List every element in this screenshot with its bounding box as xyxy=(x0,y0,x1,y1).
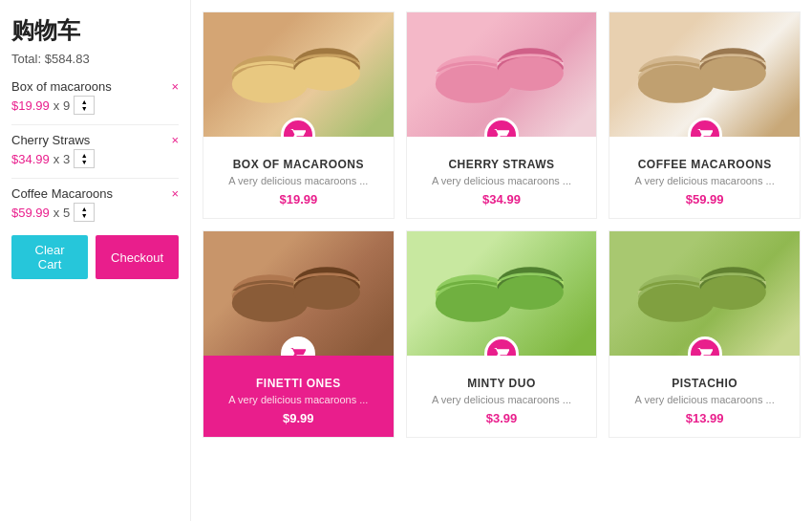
product-price: $13.99 xyxy=(617,411,792,425)
product-price: $19.99 xyxy=(211,192,386,206)
remove-item-button[interactable]: × xyxy=(171,133,179,147)
product-description: A very delicious macaroons ... xyxy=(415,394,589,405)
cart-item-qty: x 3 xyxy=(53,152,70,166)
cart-item: Cherry Straws $34.99 x 3 ▲ ▼ × xyxy=(11,133,179,168)
remove-item-button[interactable]: × xyxy=(171,79,179,94)
cart-item-qty: x 9 xyxy=(53,98,70,113)
cart-item-name: Coffee Macaroons xyxy=(11,186,163,201)
total-label: Total: xyxy=(11,52,41,66)
divider xyxy=(11,124,179,125)
product-info: FINETTI ONES A very delicious macaroons … xyxy=(203,356,394,437)
product-card[interactable]: MINTY DUO A very delicious macaroons ...… xyxy=(406,230,598,438)
cart-item: Box of macaroons $19.99 x 9 ▲ ▼ × xyxy=(11,79,179,115)
svg-point-49 xyxy=(497,275,564,310)
cart-item-name: Box of macaroons xyxy=(11,79,163,94)
qty-stepper[interactable]: ▲ ▼ xyxy=(74,203,95,222)
product-info: COFFEE MACAROONS A very delicious macaro… xyxy=(609,137,800,218)
product-grid: BOX OF MACAROONS A very delicious macaro… xyxy=(203,11,801,438)
product-card[interactable]: BOX OF MACAROONS A very delicious macaro… xyxy=(203,11,395,219)
cart-item-price: $59.99 xyxy=(11,206,50,220)
product-image-wrap xyxy=(203,231,394,356)
product-image-wrap xyxy=(203,12,394,137)
checkout-button[interactable]: Checkout xyxy=(96,235,179,279)
product-info: MINTY DUO A very delicious macaroons ...… xyxy=(407,356,597,437)
product-name: CHERRY STRAWS xyxy=(415,158,589,171)
product-description: A very delicious macaroons ... xyxy=(211,394,386,405)
product-image-wrap xyxy=(609,231,800,356)
product-info: CHERRY STRAWS A very delicious macaroons… xyxy=(407,137,597,218)
cart-buttons: Clear Cart Checkout xyxy=(11,235,179,279)
product-image-wrap xyxy=(407,231,597,356)
product-card[interactable]: FINETTI ONES A very delicious macaroons … xyxy=(203,230,395,438)
product-price: $9.99 xyxy=(211,411,386,425)
product-name: BOX OF MACAROONS xyxy=(211,158,386,171)
product-name: MINTY DUO xyxy=(415,377,589,390)
svg-point-39 xyxy=(293,275,360,310)
product-description: A very delicious macaroons ... xyxy=(617,394,792,405)
cart-item-qty: x 5 xyxy=(53,206,70,220)
product-card[interactable]: COFFEE MACAROONS A very delicious macaro… xyxy=(609,11,801,219)
product-price: $59.99 xyxy=(617,192,792,206)
cart-item: Coffee Macaroons $59.99 x 5 ▲ ▼ × xyxy=(11,186,179,222)
product-name: FINETTI ONES xyxy=(211,377,386,390)
product-info: PISTACHIO A very delicious macaroons ...… xyxy=(609,356,800,437)
divider xyxy=(11,178,179,179)
product-name: COFFEE MACAROONS xyxy=(617,158,792,171)
product-card[interactable]: PISTACHIO A very delicious macaroons ...… xyxy=(609,230,801,438)
product-name: PISTACHIO xyxy=(617,377,792,390)
svg-point-19 xyxy=(497,56,564,91)
product-image-wrap xyxy=(407,12,597,137)
product-price: $3.99 xyxy=(415,411,589,425)
product-grid-container: BOX OF MACAROONS A very delicious macaro… xyxy=(191,0,812,521)
svg-point-9 xyxy=(293,56,360,91)
product-card[interactable]: CHERRY STRAWS A very delicious macaroons… xyxy=(406,11,598,219)
clear-cart-button[interactable]: Clear Cart xyxy=(11,235,88,279)
remove-item-button[interactable]: × xyxy=(171,186,179,201)
svg-point-29 xyxy=(700,56,767,91)
total-value: $584.83 xyxy=(45,52,90,66)
product-description: A very delicious macaroons ... xyxy=(617,175,792,186)
product-description: A very delicious macaroons ... xyxy=(415,175,589,186)
cart-item-name: Cherry Straws xyxy=(11,133,163,147)
cart-item-price: $19.99 xyxy=(11,98,50,113)
qty-stepper[interactable]: ▲ ▼ xyxy=(74,149,95,168)
cart-title: 购物车 xyxy=(11,15,179,46)
sidebar: 购物车 Total: $584.83 Box of macaroons $19.… xyxy=(0,0,191,521)
qty-stepper[interactable]: ▲ ▼ xyxy=(74,96,95,115)
svg-point-59 xyxy=(700,275,767,310)
cart-total: Total: $584.83 xyxy=(11,52,179,66)
product-description: A very delicious macaroons ... xyxy=(211,175,386,186)
product-info: BOX OF MACAROONS A very delicious macaro… xyxy=(203,137,394,218)
product-image-wrap xyxy=(609,12,800,137)
product-price: $34.99 xyxy=(415,192,589,206)
cart-item-price: $34.99 xyxy=(11,152,50,166)
